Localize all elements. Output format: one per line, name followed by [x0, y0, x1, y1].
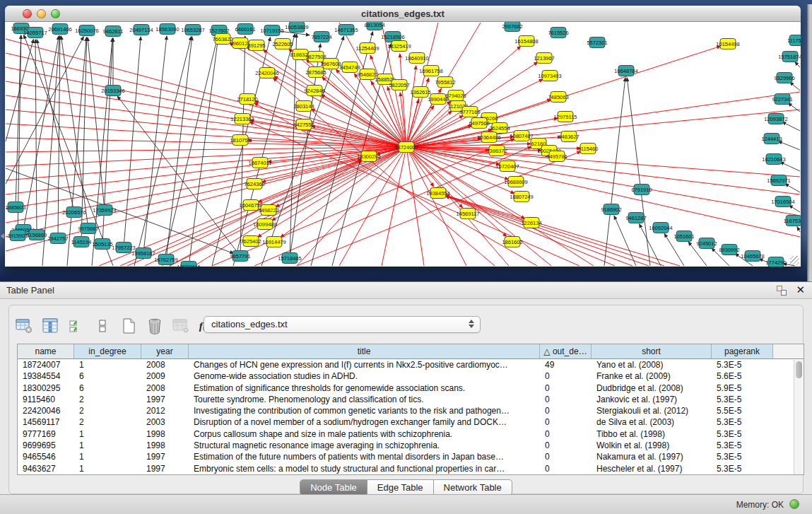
table-cell: 1998 [141, 428, 189, 440]
graph-edge[interactable] [117, 96, 240, 256]
graph-edge[interactable] [258, 147, 406, 202]
table-cell: 1 [74, 428, 141, 440]
table-row[interactable]: 1830029562008Estimation of significance … [18, 382, 804, 394]
graph-node-label: 3915901 [7, 233, 28, 239]
graph-edge[interactable] [254, 146, 531, 266]
graph-edge[interactable] [6, 37, 83, 184]
network-window[interactable]: citations_edges.txt 18724007166930914055… [5, 6, 801, 267]
table-cell: 2 [74, 416, 141, 428]
graph-edge[interactable] [23, 36, 59, 230]
graph-node-label: 1362615 [410, 89, 430, 95]
table-cell: 5.3E-5 [712, 428, 773, 440]
graph-edge[interactable] [6, 147, 406, 180]
table-cell: 0 [540, 370, 592, 382]
graph-edge[interactable] [406, 147, 507, 237]
select-all-icon[interactable] [67, 317, 86, 335]
graph-edge[interactable] [782, 122, 800, 131]
graph-edge[interactable] [382, 147, 406, 266]
float-panel-icon[interactable] [777, 286, 787, 296]
graph-node-label: 16099488 [253, 221, 276, 228]
delete-column-icon[interactable] [146, 317, 164, 335]
graph-edge[interactable] [16, 35, 21, 207]
table-row[interactable]: 946362711997Embryonic stem cells: a mode… [18, 463, 804, 474]
window-titlebar[interactable]: citations_edges.txt [5, 6, 801, 22]
graph-edge[interactable] [170, 147, 406, 266]
create-column-icon[interactable] [119, 317, 138, 335]
graph-node-label: 18724007 [394, 144, 418, 151]
table-scrollbar[interactable] [794, 360, 803, 474]
graph-node-label: 2522605 [272, 41, 293, 47]
table-cell: 2 [74, 405, 141, 416]
graph-node-label: 7485063 [548, 94, 568, 100]
graph-edge[interactable] [406, 147, 800, 237]
column-header-in_degree[interactable]: in_degree [74, 344, 141, 358]
graph-edge[interactable] [35, 40, 37, 235]
graph-edge[interactable] [778, 141, 800, 150]
graph-edge[interactable] [789, 205, 800, 212]
graph-node-label: 17359924 [93, 207, 116, 214]
row-height-icon[interactable] [93, 317, 112, 335]
scrollbar-thumb[interactable] [796, 361, 802, 378]
graph-edge[interactable] [790, 82, 800, 90]
graph-edge[interactable] [166, 37, 192, 259]
tab-edge-table[interactable]: Edge Table [367, 479, 434, 496]
column-header-short[interactable]: short [592, 344, 712, 358]
graph-edge[interactable] [406, 92, 800, 147]
table-cell: Estimation of significance thresholds fo… [189, 382, 540, 394]
table-selector[interactable]: citations_edges.txt [204, 316, 481, 333]
graph-edge[interactable] [780, 162, 800, 171]
table-row[interactable]: 2242004622012Investigating the contribut… [18, 405, 804, 416]
graph-edge[interactable] [6, 147, 406, 152]
graph-node-label: 9777169 [459, 109, 480, 115]
resize-grip-icon[interactable] [790, 256, 799, 265]
graph-edge[interactable] [797, 227, 800, 232]
column-header-year[interactable]: year [141, 344, 189, 358]
graph-edge[interactable] [163, 37, 218, 266]
graph-node-label: 9857791 [230, 253, 250, 259]
column-header-out_de[interactable]: △ out_de… [540, 344, 592, 358]
graph-edge[interactable] [6, 81, 406, 147]
column-header-name[interactable]: name [18, 344, 74, 358]
close-panel-icon[interactable]: ✕ [796, 284, 805, 296]
graph-edge[interactable] [604, 78, 625, 266]
table-row[interactable]: 946554611997Estimation of the future num… [18, 451, 804, 462]
table-row[interactable]: 969969511998Structural magnetic resonanc… [18, 440, 804, 451]
table-row[interactable]: 1938455462009Genome-wide association stu… [18, 370, 804, 382]
graph-edge[interactable] [445, 196, 615, 266]
graph-node-label: 6791910 [631, 187, 652, 193]
graph-edge[interactable] [6, 147, 406, 237]
graph-edge[interactable] [143, 36, 167, 253]
graph-edge[interactable] [406, 147, 800, 194]
table-cell: 5.3E-5 [712, 416, 773, 428]
graph-edge[interactable] [446, 195, 680, 266]
graph-node-label: 15718485 [278, 255, 301, 262]
graph-edge[interactable] [785, 184, 800, 192]
graph-edge[interactable] [627, 78, 650, 266]
panel-collapse-handle-icon[interactable] [1, 233, 4, 239]
graph-edge[interactable] [290, 34, 297, 258]
memory-status-label: Memory: OK [736, 500, 784, 510]
delete-table-icon[interactable] [172, 317, 190, 335]
tab-network-table[interactable]: Network Table [434, 479, 512, 496]
graph-edge[interactable] [406, 147, 800, 216]
graph-edge[interactable] [406, 100, 418, 147]
network-canvas[interactable]: 1872400716693091405571720691406162500769… [5, 22, 801, 267]
graph-edge[interactable] [145, 160, 362, 266]
graph-edge[interactable] [406, 147, 551, 266]
table-cell: Hescheler et al. (1997) [592, 463, 712, 474]
table-row[interactable]: 911546021997Tourette syndrome. Phenomeno… [18, 394, 804, 405]
table-cell: 5.9E-5 [712, 382, 773, 394]
table-row[interactable]: 977716911998Corpus callosum shape and si… [18, 428, 804, 440]
column-visibility-icon[interactable] [41, 317, 59, 335]
graph-node-label: 2987682 [502, 23, 522, 30]
column-header-title[interactable]: title [189, 344, 540, 358]
table-row[interactable]: 1456911722003Disruption of a novel membe… [18, 416, 804, 428]
graph-node-label: 8454749 [339, 64, 360, 71]
column-header-pagerank[interactable]: pagerank [712, 344, 773, 358]
network-canvas-svg[interactable]: 1872400716693091405571720691406162500769… [5, 22, 801, 267]
table-cell: 5.3E-5 [712, 463, 773, 474]
tab-node-table[interactable]: Node Table [300, 479, 367, 496]
graph-edge[interactable] [795, 62, 800, 67]
table-row[interactable]: 1872400712008Changes of HCN gene express… [18, 359, 804, 370]
table-options-icon[interactable] [15, 317, 33, 335]
